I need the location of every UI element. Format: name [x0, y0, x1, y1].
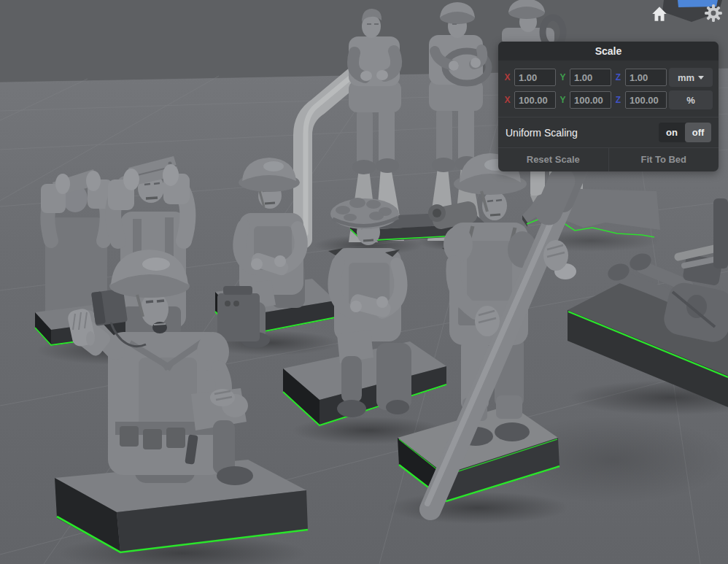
scale-x-percent-input[interactable]: [514, 91, 556, 109]
uniform-scaling-row: Uniform Scaling on off: [498, 117, 719, 147]
gear-icon[interactable]: [704, 4, 723, 23]
toggle-on-button[interactable]: on: [659, 123, 685, 142]
y-axis-label: Y: [558, 72, 568, 82]
scale-mm-row: X Y Z mm: [503, 68, 713, 87]
uniform-scaling-toggle: on off: [659, 123, 711, 142]
scale-x-mm-input[interactable]: [514, 69, 556, 86]
scale-panel-actions: Reset Scale Fit To Bed: [498, 147, 719, 171]
scale-panel: Scale X Y Z mm X Y Z % Uniform Scaling: [498, 42, 719, 171]
dropdown-caret-icon: [698, 76, 704, 80]
toggle-off-button[interactable]: off: [685, 123, 711, 142]
z-axis-label: Z: [613, 95, 623, 105]
scale-z-percent-input[interactable]: [625, 91, 667, 109]
scale-percent-row: X Y Z %: [503, 90, 713, 109]
uniform-scaling-label: Uniform Scaling: [506, 127, 659, 139]
unit-dropdown-button[interactable]: mm: [669, 68, 713, 87]
z-axis-label: Z: [613, 72, 623, 82]
scale-y-mm-input[interactable]: [570, 69, 611, 86]
scale-panel-title: Scale: [498, 42, 719, 61]
scale-value-rows: X Y Z mm X Y Z %: [498, 61, 719, 117]
scale-y-percent-input[interactable]: [570, 91, 611, 109]
fit-to-bed-button[interactable]: Fit To Bed: [609, 148, 719, 171]
scale-z-mm-input[interactable]: [625, 69, 667, 86]
app-window: Scale X Y Z mm X Y Z % Uniform Scaling: [0, 0, 728, 564]
y-axis-label: Y: [558, 95, 568, 105]
x-axis-label: X: [503, 72, 512, 82]
percent-button[interactable]: %: [669, 90, 713, 109]
x-axis-label: X: [503, 95, 512, 105]
home-icon[interactable]: [650, 4, 669, 23]
model-right-edge[interactable]: [713, 198, 728, 269]
unit-label: mm: [678, 72, 694, 83]
reset-scale-button[interactable]: Reset Scale: [498, 148, 609, 171]
